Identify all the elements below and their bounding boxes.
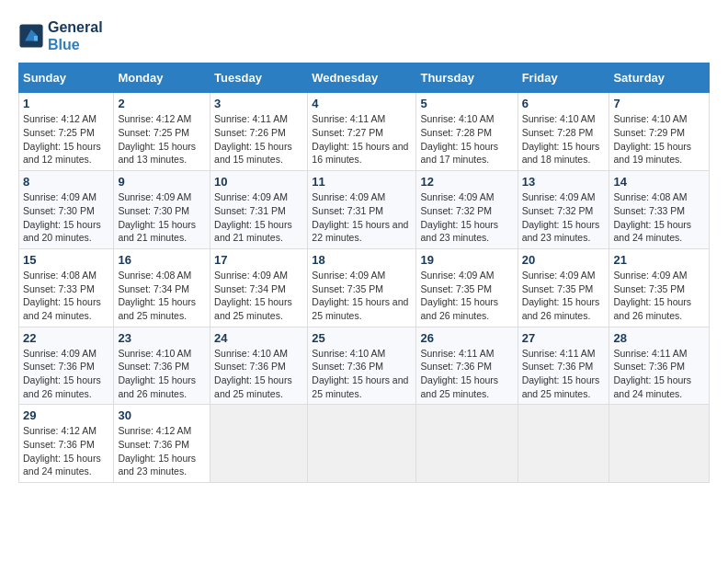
calendar-cell: 18 Sunrise: 4:09 AMSunset: 7:35 PMDaylig… (308, 248, 416, 327)
cell-content: Sunrise: 4:10 AMSunset: 7:36 PMDaylight:… (118, 347, 206, 401)
weekday-header: Sunday (19, 63, 114, 93)
calendar-cell: 25 Sunrise: 4:10 AMSunset: 7:36 PMDaylig… (308, 327, 416, 405)
logo: General Blue (18, 18, 103, 53)
calendar-cell: 3 Sunrise: 4:11 AMSunset: 7:26 PMDayligh… (210, 93, 308, 171)
calendar-cell: 19 Sunrise: 4:09 AMSunset: 7:35 PMDaylig… (416, 248, 518, 327)
calendar-cell: 8 Sunrise: 4:09 AMSunset: 7:30 PMDayligh… (19, 171, 114, 249)
cell-content: Sunrise: 4:09 AMSunset: 7:32 PMDaylight:… (420, 190, 513, 245)
weekday-header: Monday (114, 63, 210, 93)
calendar-week-row: 29 Sunrise: 4:12 AMSunset: 7:36 PMDaylig… (19, 405, 710, 483)
calendar-table: SundayMondayTuesdayWednesdayThursdayFrid… (18, 63, 710, 483)
day-number: 5 (420, 97, 513, 110)
calendar-cell: 17 Sunrise: 4:09 AMSunset: 7:34 PMDaylig… (210, 248, 308, 327)
calendar-week-row: 15 Sunrise: 4:08 AMSunset: 7:33 PMDaylig… (19, 248, 710, 327)
calendar-cell: 16 Sunrise: 4:08 AMSunset: 7:34 PMDaylig… (114, 248, 210, 327)
cell-content: Sunrise: 4:12 AMSunset: 7:36 PMDaylight:… (23, 424, 109, 478)
cell-content: Sunrise: 4:10 AMSunset: 7:36 PMDaylight:… (312, 347, 412, 401)
calendar-week-row: 22 Sunrise: 4:09 AMSunset: 7:36 PMDaylig… (19, 327, 710, 405)
calendar-cell: 2 Sunrise: 4:12 AMSunset: 7:25 PMDayligh… (114, 93, 210, 171)
cell-content: Sunrise: 4:09 AMSunset: 7:30 PMDaylight:… (23, 190, 109, 245)
calendar-cell: 22 Sunrise: 4:09 AMSunset: 7:36 PMDaylig… (19, 327, 114, 405)
day-number: 10 (214, 175, 303, 189)
calendar-cell: 15 Sunrise: 4:08 AMSunset: 7:33 PMDaylig… (19, 248, 114, 327)
calendar-cell: 9 Sunrise: 4:09 AMSunset: 7:30 PMDayligh… (114, 171, 210, 249)
day-number: 14 (613, 175, 705, 189)
day-number: 16 (118, 253, 206, 267)
day-number: 28 (613, 331, 705, 345)
day-number: 19 (420, 253, 513, 267)
cell-content: Sunrise: 4:09 AMSunset: 7:35 PMDaylight:… (312, 269, 412, 323)
cell-content: Sunrise: 4:09 AMSunset: 7:30 PMDaylight:… (118, 190, 206, 245)
day-number: 17 (214, 253, 303, 267)
day-number: 18 (312, 253, 412, 267)
day-number: 26 (420, 331, 513, 345)
cell-content: Sunrise: 4:11 AMSunset: 7:36 PMDaylight:… (420, 347, 513, 401)
day-number: 20 (522, 253, 606, 267)
calendar-cell (518, 405, 609, 483)
calendar-week-row: 8 Sunrise: 4:09 AMSunset: 7:30 PMDayligh… (19, 171, 710, 249)
calendar-cell: 5 Sunrise: 4:10 AMSunset: 7:28 PMDayligh… (416, 93, 518, 171)
day-number: 8 (23, 175, 109, 189)
cell-content: Sunrise: 4:11 AMSunset: 7:36 PMDaylight:… (522, 347, 606, 401)
cell-content: Sunrise: 4:09 AMSunset: 7:36 PMDaylight:… (23, 347, 109, 401)
cell-content: Sunrise: 4:09 AMSunset: 7:35 PMDaylight:… (420, 269, 513, 323)
cell-content: Sunrise: 4:09 AMSunset: 7:31 PMDaylight:… (312, 190, 412, 245)
cell-content: Sunrise: 4:10 AMSunset: 7:36 PMDaylight:… (214, 347, 303, 401)
cell-content: Sunrise: 4:11 AMSunset: 7:27 PMDaylight:… (312, 112, 412, 167)
calendar-cell: 30 Sunrise: 4:12 AMSunset: 7:36 PMDaylig… (114, 405, 210, 483)
cell-content: Sunrise: 4:10 AMSunset: 7:28 PMDaylight:… (522, 112, 606, 167)
calendar-cell: 27 Sunrise: 4:11 AMSunset: 7:36 PMDaylig… (518, 327, 609, 405)
day-number: 24 (214, 331, 303, 345)
cell-content: Sunrise: 4:09 AMSunset: 7:35 PMDaylight:… (613, 269, 705, 323)
cell-content: Sunrise: 4:10 AMSunset: 7:29 PMDaylight:… (613, 112, 705, 167)
day-number: 22 (23, 331, 109, 345)
day-number: 4 (312, 97, 412, 110)
cell-content: Sunrise: 4:09 AMSunset: 7:31 PMDaylight:… (214, 190, 303, 245)
day-number: 1 (23, 97, 109, 110)
day-number: 15 (23, 253, 109, 267)
day-number: 7 (613, 97, 705, 110)
weekday-header: Thursday (416, 63, 518, 93)
calendar-cell: 6 Sunrise: 4:10 AMSunset: 7:28 PMDayligh… (518, 93, 609, 171)
cell-content: Sunrise: 4:09 AMSunset: 7:34 PMDaylight:… (214, 269, 303, 323)
day-number: 27 (522, 331, 606, 345)
calendar-cell: 10 Sunrise: 4:09 AMSunset: 7:31 PMDaylig… (210, 171, 308, 249)
calendar-cell: 4 Sunrise: 4:11 AMSunset: 7:27 PMDayligh… (308, 93, 416, 171)
header: General Blue (18, 18, 710, 53)
day-number: 29 (23, 408, 109, 422)
calendar-cell: 11 Sunrise: 4:09 AMSunset: 7:31 PMDaylig… (308, 171, 416, 249)
day-number: 12 (420, 175, 513, 189)
cell-content: Sunrise: 4:08 AMSunset: 7:33 PMDaylight:… (613, 190, 705, 245)
calendar-cell: 29 Sunrise: 4:12 AMSunset: 7:36 PMDaylig… (19, 405, 114, 483)
calendar-cell: 26 Sunrise: 4:11 AMSunset: 7:36 PMDaylig… (416, 327, 518, 405)
svg-marker-2 (34, 36, 38, 41)
day-number: 30 (118, 408, 206, 422)
day-number: 11 (312, 175, 412, 189)
weekday-header: Tuesday (210, 63, 308, 93)
calendar-cell: 12 Sunrise: 4:09 AMSunset: 7:32 PMDaylig… (416, 171, 518, 249)
calendar-cell: 1 Sunrise: 4:12 AMSunset: 7:25 PMDayligh… (19, 93, 114, 171)
cell-content: Sunrise: 4:09 AMSunset: 7:35 PMDaylight:… (522, 269, 606, 323)
weekday-header: Saturday (609, 63, 710, 93)
cell-content: Sunrise: 4:12 AMSunset: 7:36 PMDaylight:… (118, 424, 206, 478)
calendar-cell: 13 Sunrise: 4:09 AMSunset: 7:32 PMDaylig… (518, 171, 609, 249)
cell-content: Sunrise: 4:11 AMSunset: 7:36 PMDaylight:… (613, 347, 705, 401)
cell-content: Sunrise: 4:11 AMSunset: 7:26 PMDaylight:… (214, 112, 303, 167)
weekday-header: Friday (518, 63, 609, 93)
calendar-cell: 20 Sunrise: 4:09 AMSunset: 7:35 PMDaylig… (518, 248, 609, 327)
calendar-cell (416, 405, 518, 483)
calendar-cell: 28 Sunrise: 4:11 AMSunset: 7:36 PMDaylig… (609, 327, 710, 405)
calendar-cell: 7 Sunrise: 4:10 AMSunset: 7:29 PMDayligh… (609, 93, 710, 171)
day-number: 9 (118, 175, 206, 189)
logo-text: General Blue (48, 18, 103, 53)
weekday-header: Wednesday (308, 63, 416, 93)
day-number: 25 (312, 331, 412, 345)
cell-content: Sunrise: 4:12 AMSunset: 7:25 PMDaylight:… (23, 112, 109, 167)
cell-content: Sunrise: 4:08 AMSunset: 7:34 PMDaylight:… (118, 269, 206, 323)
cell-content: Sunrise: 4:10 AMSunset: 7:28 PMDaylight:… (420, 112, 513, 167)
calendar-cell: 24 Sunrise: 4:10 AMSunset: 7:36 PMDaylig… (210, 327, 308, 405)
day-number: 23 (118, 331, 206, 345)
weekday-header-row: SundayMondayTuesdayWednesdayThursdayFrid… (19, 63, 710, 93)
calendar-cell (210, 405, 308, 483)
day-number: 3 (214, 97, 303, 110)
